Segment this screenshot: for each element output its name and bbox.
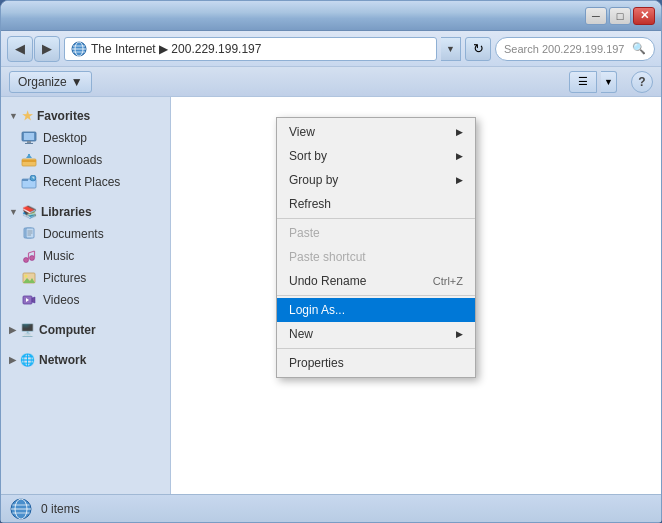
downloads-label: Downloads <box>43 153 102 167</box>
menu-item-properties[interactable]: Properties <box>277 351 475 375</box>
menu-view-arrow: ▶ <box>456 127 463 137</box>
address-text: The Internet ▶ 200.229.199.197 <box>91 42 261 56</box>
music-icon <box>21 248 37 264</box>
svg-rect-14 <box>22 179 28 181</box>
svg-rect-7 <box>27 141 31 143</box>
menu-separator-1 <box>277 218 475 219</box>
network-icon: 🌐 <box>20 353 35 367</box>
help-button[interactable]: ? <box>631 71 653 93</box>
sidebar-item-pictures[interactable]: Pictures <box>1 267 170 289</box>
statusbar-icon <box>9 497 33 521</box>
address-icon <box>71 41 87 57</box>
svg-line-27 <box>29 251 35 253</box>
back-button[interactable]: ◀ <box>7 36 33 62</box>
svg-rect-8 <box>25 143 33 144</box>
desktop-label: Desktop <box>43 131 87 145</box>
menu-group-arrow: ▶ <box>456 175 463 185</box>
forward-button[interactable]: ▶ <box>34 36 60 62</box>
menu-undo-shortcut: Ctrl+Z <box>433 275 463 287</box>
menu-item-paste: Paste <box>277 221 475 245</box>
libraries-icon: 📚 <box>22 205 37 219</box>
menu-item-refresh[interactable]: Refresh <box>277 192 475 216</box>
computer-icon: 🖥️ <box>20 323 35 337</box>
videos-icon <box>21 292 37 308</box>
context-menu: View ▶ Sort by ▶ Group by ▶ Refresh Past… <box>276 117 476 378</box>
videos-label: Videos <box>43 293 79 307</box>
menu-item-paste-shortcut: Paste shortcut <box>277 245 475 269</box>
minimize-button[interactable]: ─ <box>585 7 607 25</box>
content-area[interactable]: View ▶ Sort by ▶ Group by ▶ Refresh Past… <box>171 97 661 494</box>
titlebar-buttons: ─ □ ✕ <box>585 7 655 25</box>
menu-separator-3 <box>277 348 475 349</box>
svg-rect-6 <box>24 133 34 140</box>
documents-label: Documents <box>43 227 104 241</box>
maximize-button[interactable]: □ <box>609 7 631 25</box>
menu-group-label: Group by <box>289 173 338 187</box>
sidebar: ▼ ★ Favorites Desktop <box>1 97 171 494</box>
address-bar[interactable]: The Internet ▶ 200.229.199.197 <box>64 37 437 61</box>
explorer-window: ─ □ ✕ ◀ ▶ The Internet ▶ 200.229.199.197… <box>0 0 662 523</box>
menu-new-arrow: ▶ <box>456 329 463 339</box>
menu-login-as-label: Login As... <box>289 303 345 317</box>
navbar: ◀ ▶ The Internet ▶ 200.229.199.197 ▼ ↻ S… <box>1 31 661 67</box>
menu-new-label: New <box>289 327 313 341</box>
music-label: Music <box>43 249 74 263</box>
organize-button[interactable]: Organize ▼ <box>9 71 92 93</box>
nav-arrows: ◀ ▶ <box>7 36 60 62</box>
chevron-icon: ▼ <box>9 111 18 121</box>
svg-point-24 <box>30 256 35 261</box>
pictures-icon <box>21 270 37 286</box>
menu-properties-label: Properties <box>289 356 344 370</box>
svg-rect-12 <box>28 154 30 158</box>
sidebar-item-desktop[interactable]: Desktop <box>1 127 170 149</box>
recent-places-icon <box>21 174 37 190</box>
view-dropdown[interactable]: ▼ <box>601 71 617 93</box>
network-header[interactable]: ▶ 🌐 Network <box>1 349 170 371</box>
view-button[interactable]: ☰ <box>569 71 597 93</box>
computer-label: Computer <box>39 323 96 337</box>
menu-item-group[interactable]: Group by ▶ <box>277 168 475 192</box>
computer-header[interactable]: ▶ 🖥️ Computer <box>1 319 170 341</box>
documents-icon <box>21 226 37 242</box>
libraries-section: ▼ 📚 Libraries Documents <box>1 201 170 311</box>
sidebar-item-videos[interactable]: Videos <box>1 289 170 311</box>
libraries-chevron-icon: ▼ <box>9 207 18 217</box>
search-placeholder: Search 200.229.199.197 <box>504 43 628 55</box>
titlebar: ─ □ ✕ <box>1 1 661 31</box>
desktop-icon <box>21 130 37 146</box>
computer-section: ▶ 🖥️ Computer <box>1 319 170 341</box>
favorites-header[interactable]: ▼ ★ Favorites <box>1 105 170 127</box>
menu-item-sort[interactable]: Sort by ▶ <box>277 144 475 168</box>
recent-places-label: Recent Places <box>43 175 120 189</box>
svg-point-23 <box>24 258 29 263</box>
menu-paste-shortcut-label: Paste shortcut <box>289 250 366 264</box>
menu-separator-2 <box>277 295 475 296</box>
favorites-label: Favorites <box>37 109 90 123</box>
menu-refresh-label: Refresh <box>289 197 331 211</box>
downloads-icon <box>21 152 37 168</box>
pictures-label: Pictures <box>43 271 86 285</box>
sidebar-item-downloads[interactable]: Downloads <box>1 149 170 171</box>
status-count: 0 items <box>41 502 80 516</box>
sidebar-item-recent[interactable]: Recent Places <box>1 171 170 193</box>
menu-item-undo-rename[interactable]: Undo Rename Ctrl+Z <box>277 269 475 293</box>
menu-item-view[interactable]: View ▶ <box>277 120 475 144</box>
main-area: ▼ ★ Favorites Desktop <box>1 97 661 494</box>
refresh-button[interactable]: ↻ <box>465 37 491 61</box>
menu-item-login-as[interactable]: Login As... <box>277 298 475 322</box>
address-dropdown[interactable]: ▼ <box>441 37 461 61</box>
computer-chevron-icon: ▶ <box>9 325 16 335</box>
menu-sort-arrow: ▶ <box>456 151 463 161</box>
libraries-header[interactable]: ▼ 📚 Libraries <box>1 201 170 223</box>
network-section: ▶ 🌐 Network <box>1 349 170 371</box>
menu-item-new[interactable]: New ▶ <box>277 322 475 346</box>
toolbar: Organize ▼ ☰ ▼ ? <box>1 67 661 97</box>
search-bar[interactable]: Search 200.229.199.197 🔍 <box>495 37 655 61</box>
search-icon: 🔍 <box>632 42 646 55</box>
menu-sort-label: Sort by <box>289 149 327 163</box>
menu-undo-rename-label: Undo Rename <box>289 274 366 288</box>
sidebar-item-documents[interactable]: Documents <box>1 223 170 245</box>
close-button[interactable]: ✕ <box>633 7 655 25</box>
menu-paste-label: Paste <box>289 226 320 240</box>
sidebar-item-music[interactable]: Music <box>1 245 170 267</box>
